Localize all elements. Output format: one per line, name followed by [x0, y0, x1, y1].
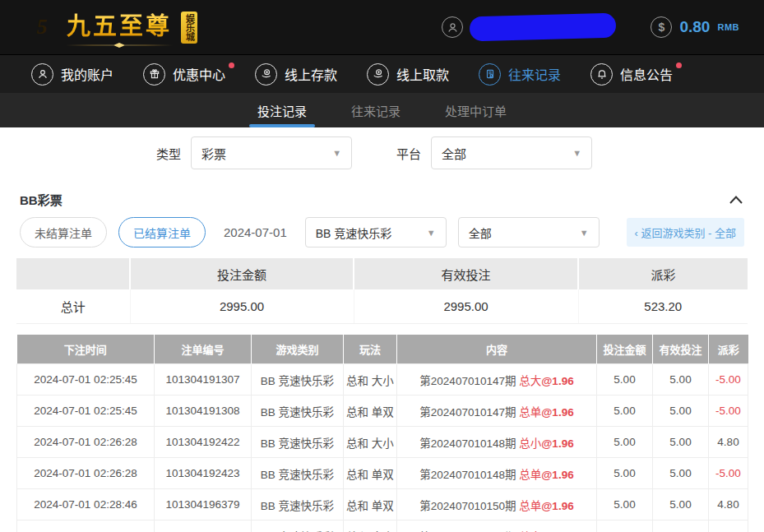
- column-header: 派彩: [709, 335, 748, 364]
- cell-play-type: 总和 单双: [344, 396, 397, 427]
- cell-play-type: 总和 大小: [344, 520, 397, 532]
- logo-flourish-decoration: [66, 43, 173, 48]
- content-pick: 总小: [519, 437, 541, 450]
- cell-game-category: BB 竞速快乐彩: [252, 489, 344, 520]
- platform-select-value: 全部: [442, 145, 466, 162]
- tab-processing-orders[interactable]: 处理中订单: [442, 93, 510, 127]
- nav-label: 线上取款: [396, 64, 449, 84]
- top-bar: 5 九五至尊 娱乐城 $ 0.80 RMB: [0, 0, 764, 54]
- cell-payout: -5.00: [709, 396, 748, 427]
- date-value[interactable]: 2024-07-01: [224, 225, 287, 239]
- chevron-down-icon: ▼: [572, 148, 581, 158]
- avatar-icon[interactable]: [442, 16, 463, 38]
- account-area: $ 0.80 RMB: [442, 15, 739, 39]
- back-to-game-category-button[interactable]: ‹ 返回游戏类别 - 全部: [627, 218, 745, 247]
- logo-text: 九五至尊: [66, 7, 173, 48]
- nav-item-transaction-records[interactable]: 往来记录: [479, 63, 561, 86]
- summary-header-valid-bet: 有效投注: [354, 258, 578, 289]
- cell-order-id: 101304196380: [155, 520, 252, 532]
- nav-item-my-account[interactable]: 我的账户: [31, 63, 113, 86]
- tab-transaction-records[interactable]: 往来记录: [348, 93, 404, 127]
- game-select[interactable]: BB 竞速快乐彩 ▼: [305, 217, 447, 247]
- cell-game-category: BB 竞速快乐彩: [252, 520, 344, 532]
- collapse-chevron-up-icon[interactable]: [729, 196, 743, 204]
- cell-play-type: 总和 大小: [344, 364, 397, 396]
- cell-order-id: 101304191307: [155, 364, 252, 396]
- content-period: 第202407010147期: [419, 406, 519, 419]
- logo-coin-icon: 5: [25, 10, 59, 44]
- column-header: 下注时间: [17, 335, 155, 364]
- content-odds: @1.96: [541, 437, 573, 450]
- cell-bet-amount: 5.00: [597, 520, 653, 532]
- summary-valid-total: 2995.00: [354, 289, 578, 323]
- game-select-value: BB 竞速快乐彩: [316, 224, 392, 241]
- nav-item-announcements[interactable]: 信息公告: [590, 63, 673, 86]
- platform-select[interactable]: 全部 ▼: [431, 136, 592, 169]
- cell-play-type: 总和 大小: [344, 427, 397, 458]
- dollar-glyph: $: [659, 21, 665, 34]
- unsettled-bets-button[interactable]: 未结算注单: [20, 217, 107, 247]
- type-select[interactable]: 彩票 ▼: [191, 136, 352, 169]
- cell-game-category: BB 竞速快乐彩: [252, 364, 344, 396]
- logo-badge: 娱乐城: [181, 12, 197, 44]
- nav-item-deposit[interactable]: 线上存款: [255, 63, 337, 86]
- cell-order-id: 101304192422: [155, 427, 252, 458]
- table-row-partial: 2024-07-01 02:28:46101304196380BB 竞速快乐彩总…: [17, 520, 748, 532]
- cell-payout: -5.00: [709, 458, 748, 489]
- cell-bet-time: 2024-07-01 02:28:46: [17, 489, 155, 520]
- nav-item-promotions[interactable]: 优惠中心: [143, 63, 225, 86]
- content-period: 第202407010148期: [419, 437, 519, 450]
- content-period: 第202407010150期: [419, 500, 519, 512]
- content-period: 第202407010147期: [419, 375, 519, 387]
- records-icon: [479, 63, 501, 86]
- cell-bet-time: 2024-07-01 02:26:28: [17, 427, 155, 458]
- game-sub-select[interactable]: 全部 ▼: [458, 217, 600, 247]
- bell-icon: [590, 63, 613, 86]
- content-pick: 总大: [519, 375, 541, 387]
- summary-total-row: 总计 2995.00 2995.00 523.20: [16, 289, 748, 323]
- table-row: 2024-07-01 02:26:28101304192422BB 竞速快乐彩总…: [17, 427, 748, 458]
- nav-label: 信息公告: [620, 64, 673, 84]
- cell-valid-bet: 5.00: [653, 364, 709, 396]
- tab-betting-records[interactable]: 投注记录: [254, 93, 310, 127]
- bet-filter-toolbar: 未结算注单 已结算注单 2024-07-01 BB 竞速快乐彩 ▼ 全部 ▼ ‹…: [0, 215, 764, 247]
- cell-bet-time: 2024-07-01 02:26:28: [17, 458, 155, 489]
- withdraw-icon: [367, 63, 389, 86]
- site-logo[interactable]: 5 九五至尊 娱乐城: [25, 7, 197, 48]
- table-row: 2024-07-01 02:26:28101304192423BB 竞速快乐彩总…: [17, 458, 748, 489]
- nav-item-withdraw[interactable]: 线上取款: [367, 63, 449, 86]
- type-filter-label: 类型: [156, 145, 181, 162]
- content-period: 第202407010148期: [419, 469, 519, 481]
- cell-bet-amount: 5.00: [597, 458, 653, 489]
- cell-payout: 4.80: [709, 520, 748, 532]
- table-body: 2024-07-01 02:25:45101304191307BB 竞速快乐彩总…: [17, 364, 748, 532]
- summary-total-label: 总计: [16, 289, 130, 323]
- balance-amount: 0.80: [679, 18, 710, 36]
- column-header: 玩法: [344, 335, 397, 364]
- nav-label: 我的账户: [61, 64, 113, 84]
- balance-currency: RMB: [717, 22, 739, 32]
- cell-bet-amount: 5.00: [597, 489, 653, 520]
- page: 5 九五至尊 娱乐城 $ 0.80 RMB: [0, 0, 764, 532]
- balance[interactable]: $ 0.80 RMB: [651, 16, 739, 38]
- content-odds: @1.96: [541, 469, 573, 481]
- cell-order-id: 101304191308: [155, 396, 252, 427]
- table-row: 2024-07-01 02:25:45101304191308BB 竞速快乐彩总…: [17, 396, 748, 427]
- cell-play-type: 总和 单双: [344, 489, 397, 520]
- notification-dot: [229, 62, 234, 68]
- column-header: 内容: [397, 335, 597, 364]
- chevron-down-icon: ▼: [332, 148, 341, 158]
- chevron-down-icon: ▼: [580, 228, 589, 238]
- column-header: 游戏类别: [252, 335, 344, 364]
- main-nav: 我的账户 优惠中心 线上存款: [0, 54, 764, 93]
- cell-bet-time: 2024-07-01 02:25:45: [17, 396, 155, 427]
- cell-payout: -5.00: [709, 364, 748, 396]
- user-icon: [31, 63, 53, 86]
- logo-title: 九五至尊: [67, 7, 172, 41]
- summary-table: 投注金额 有效投注 派彩 总计 2995.00 2995.00 523.20: [16, 258, 748, 324]
- nav-label: 线上存款: [285, 64, 337, 84]
- section-header: BB彩票: [0, 178, 764, 215]
- settled-bets-button[interactable]: 已结算注单: [118, 217, 206, 247]
- cell-bet-time: 2024-07-01 02:28:46: [17, 520, 155, 532]
- record-subtabs: 投注记录 往来记录 处理中订单: [0, 93, 764, 127]
